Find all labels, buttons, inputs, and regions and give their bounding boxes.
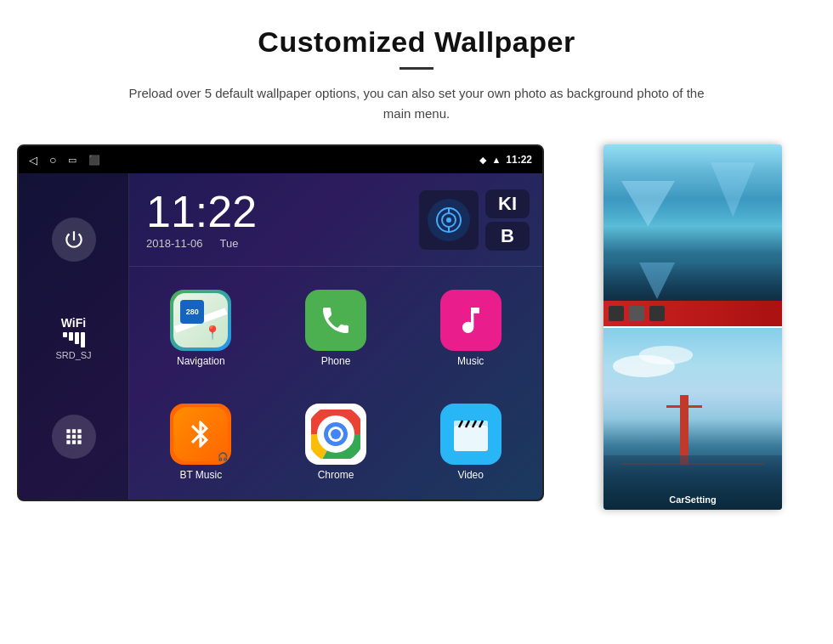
map-pin: 📍 [204,325,221,341]
signal-circle [428,199,470,241]
phone-icon-box [305,290,366,351]
app-btmusic[interactable]: 🎧 BT Music [138,389,264,494]
wifi-bar-2 [69,332,73,341]
app-navigation[interactable]: 280 📍 Navigation [138,275,264,381]
android-main: WiFi SRD_SJ [19,173,542,501]
carsetting-label: CarSetting [604,494,782,505]
chrome-svg [311,410,360,459]
recents-icon[interactable]: ▭ [68,155,76,166]
btmusic-icon-box: 🎧 [170,404,231,465]
bluetooth-svg [184,418,217,450]
screenshot-icon[interactable]: ⬛ [88,155,100,166]
b-widget[interactable]: B [485,222,530,251]
b-label: B [501,225,514,247]
wifi-bar-1 [63,332,67,337]
phone-label: Phone [321,355,351,367]
wifi-bar-4 [81,332,85,347]
cloud-2 [639,346,693,364]
svg-point-2 [446,217,451,223]
grid-icon [63,426,85,448]
page-title: Customized Wallpaper [258,25,575,59]
signal-icon: ▲ [491,155,501,165]
wallpaper-bridge[interactable]: CarSetting [604,328,782,510]
signal-icon-svg [435,206,462,234]
svg-rect-10 [454,426,488,451]
ice-bg [604,144,782,326]
clock-date: 2018-11-06 Tue [146,237,238,250]
top-info: 11:22 2018-11-06 Tue [129,173,542,267]
app-music[interactable]: Music [407,275,534,381]
power-icon [63,229,85,251]
status-bar-right: ◆ ▲ 11:22 [479,154,532,166]
wifi-info: WiFi SRD_SJ [55,316,91,360]
app-grid: 280 📍 Navigation [129,267,542,501]
status-time: 11:22 [506,154,532,166]
thumb-img-2 [629,306,644,321]
music-label: Music [457,355,484,367]
music-svg [454,303,488,337]
status-bar: ◁ ○ ▭ ⬛ ◆ ▲ 11:22 [19,146,542,173]
wallpaper-ice[interactable] [604,144,782,328]
center-area: 11:22 2018-11-06 Tue [129,173,542,501]
chrome-label: Chrome [318,469,354,481]
headphone-icon: 🎧 [218,452,228,461]
phone-svg [319,303,353,337]
k-widget[interactable]: KI [485,189,530,218]
bridge-tower-main [680,395,688,464]
app-phone[interactable]: Phone [273,275,400,381]
app-chrome[interactable]: Chrome [273,389,400,494]
apps-button[interactable] [52,415,96,459]
navigation-label: Navigation [177,355,225,367]
clock-day-value: Tue [220,237,239,250]
page-subtitle: Preload over 5 default wallpaper options… [119,83,714,124]
wifi-bar-3 [75,332,79,344]
map-bg: 280 📍 [173,293,228,347]
red-bar [604,301,782,326]
wallpaper-panel: CarSetting [604,144,782,510]
android-device: ◁ ○ ▭ ⬛ ◆ ▲ 11:22 [17,144,544,501]
device-section: ◁ ○ ▭ ⬛ ◆ ▲ 11:22 [85,144,782,510]
clock-date-value: 2018-11-06 [146,237,203,250]
btmusic-label: BT Music [179,469,222,481]
wifi-ssid: SRD_SJ [55,350,91,360]
location-icon: ◆ [479,155,486,166]
widget-section: KI B [406,173,542,266]
svg-point-8 [331,429,341,439]
title-divider [400,67,434,70]
power-button[interactable] [52,217,96,262]
page-container: Customized Wallpaper Preload over 5 defa… [0,0,833,510]
ice-top [604,144,782,217]
bridge-bg [604,328,782,510]
home-icon[interactable]: ○ [49,153,56,167]
map-shield: 280 [180,300,204,324]
navigation-icon-box: 280 📍 [170,290,231,351]
status-bar-left: ◁ ○ ▭ ⬛ [29,153,100,167]
wifi-label: WiFi [55,316,91,330]
video-icon-box [440,404,502,465]
back-icon[interactable]: ◁ [29,154,37,167]
thumb-img-3 [649,306,665,321]
clock-time: 11:22 [146,189,257,234]
wifi-widget-inner [426,197,472,243]
app-video[interactable]: Video [407,389,534,494]
video-svg [450,414,491,455]
letter-widgets: KI B [485,189,530,251]
bridge-cross-beam [666,405,702,408]
sidebar: WiFi SRD_SJ [19,173,129,501]
chrome-icon-box [305,404,366,465]
clock-section: 11:22 2018-11-06 Tue [129,173,406,266]
video-label: Video [457,469,483,481]
thumb-img [609,306,624,321]
music-icon-box [440,290,502,351]
wifi-widget[interactable] [419,190,479,250]
wifi-bars [55,332,91,347]
k-label: KI [498,193,517,215]
